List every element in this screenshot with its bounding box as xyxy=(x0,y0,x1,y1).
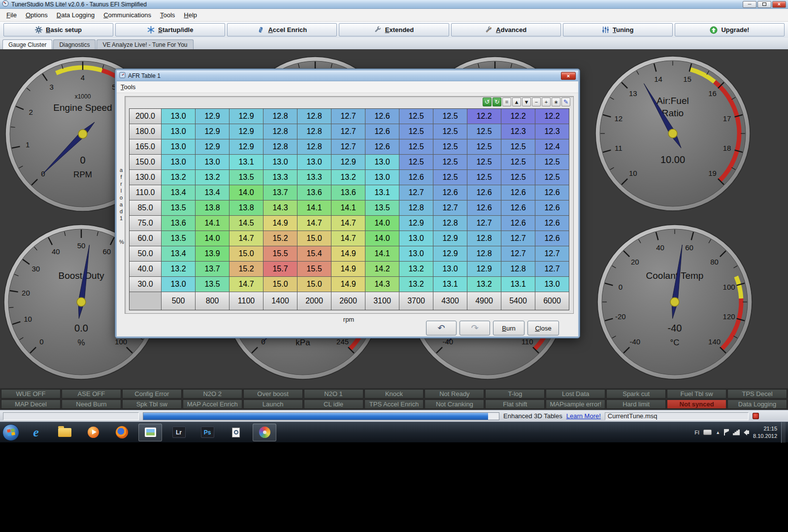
afr-cell[interactable]: 12.8 xyxy=(297,124,331,139)
afr-cell[interactable]: 12.7 xyxy=(433,200,467,215)
taskbar-lightroom-button[interactable]: Lr xyxy=(167,424,191,441)
afr-cell[interactable]: 14.1 xyxy=(331,200,365,215)
afr-cell[interactable]: 12.7 xyxy=(331,139,365,154)
afr-cell[interactable]: 12.8 xyxy=(399,200,433,215)
taskbar-ie-button[interactable]: e xyxy=(24,424,48,441)
afr-cell[interactable]: 12.9 xyxy=(433,231,467,246)
afr-cell[interactable]: 14.7 xyxy=(230,277,263,292)
network-icon[interactable] xyxy=(733,430,740,435)
afr-cell[interactable]: 13.4 xyxy=(162,185,195,200)
afr-cell[interactable]: 12.6 xyxy=(535,200,569,215)
undo-button[interactable]: ↶ xyxy=(426,321,457,335)
afr-cell[interactable]: 14.9 xyxy=(331,277,365,292)
afr-cell[interactable]: 12.2 xyxy=(535,109,569,124)
afr-cell[interactable]: 14.5 xyxy=(230,216,263,231)
afr-row-header[interactable]: 180.0 xyxy=(130,124,161,139)
afr-col-header[interactable]: 800 xyxy=(196,292,229,310)
menu-options[interactable]: Options xyxy=(21,10,52,20)
afr-cell[interactable]: 13.1 xyxy=(230,155,263,169)
learn-more-link[interactable]: Learn More! xyxy=(566,412,601,420)
afr-cell[interactable]: 13.2 xyxy=(162,262,195,276)
afr-cell[interactable]: 13.8 xyxy=(230,200,263,215)
afr-cell[interactable]: 12.6 xyxy=(467,185,501,200)
afr-cell[interactable]: 12.5 xyxy=(467,124,501,139)
afr-row-header[interactable]: 50.0 xyxy=(130,246,161,261)
upgrade-button[interactable]: Upgrade! xyxy=(675,23,785,36)
afr-row-header[interactable]: 75.0 xyxy=(130,216,161,231)
afr-cell[interactable]: 12.5 xyxy=(467,155,501,169)
afr-cell[interactable]: 12.5 xyxy=(501,139,535,154)
afr-cell[interactable]: 12.6 xyxy=(365,124,399,139)
taskbar-paint-button[interactable] xyxy=(253,424,276,441)
afr-cell[interactable]: 12.9 xyxy=(467,262,501,276)
afr-cell[interactable]: 13.6 xyxy=(162,216,195,231)
afr-cell[interactable]: 13.2 xyxy=(399,262,433,276)
afr-cell[interactable]: 12.5 xyxy=(433,139,467,154)
afr-cell[interactable]: 13.0 xyxy=(535,277,569,292)
afr-cell[interactable]: 14.2 xyxy=(365,262,399,276)
afr-row-header[interactable]: 30.0 xyxy=(130,277,161,292)
afr-cell[interactable]: 13.6 xyxy=(297,185,331,200)
afr-cell[interactable]: 12.8 xyxy=(467,231,501,246)
clock[interactable]: 21:15 8.10.2012 xyxy=(753,425,777,440)
nav-back-icon[interactable]: ↺ xyxy=(483,98,492,106)
afr-cell[interactable]: 12.9 xyxy=(230,139,263,154)
afr-cell[interactable]: 12.9 xyxy=(196,124,229,139)
afr-cell[interactable]: 14.3 xyxy=(365,277,399,292)
afr-cell[interactable]: 12.5 xyxy=(399,124,433,139)
afr-cell[interactable]: 12.7 xyxy=(501,246,535,261)
afr-row-header[interactable]: 165.0 xyxy=(130,139,161,154)
afr-col-header[interactable]: 500 xyxy=(162,292,195,310)
afr-cell[interactable]: 15.5 xyxy=(263,246,297,261)
afr-cell[interactable]: 13.1 xyxy=(433,277,467,292)
plus-icon[interactable]: + xyxy=(542,98,551,106)
afr-cell[interactable]: 12.2 xyxy=(501,109,535,124)
afr-cell[interactable]: 12.9 xyxy=(230,109,263,124)
afr-cell[interactable]: 14.1 xyxy=(196,216,229,231)
afr-cell[interactable]: 12.6 xyxy=(399,170,433,185)
afr-cell[interactable]: 12.7 xyxy=(535,246,569,261)
afr-cell[interactable]: 12.6 xyxy=(433,185,467,200)
afr-col-header[interactable]: 4300 xyxy=(433,292,467,310)
afr-row-header[interactable]: 130.0 xyxy=(130,170,161,185)
taskbar-firefox-button[interactable] xyxy=(110,424,133,441)
afr-col-header[interactable]: 1100 xyxy=(230,292,263,310)
afr-cell[interactable]: 14.0 xyxy=(365,231,399,246)
afr-cell[interactable]: 12.8 xyxy=(297,109,331,124)
basic-setup-button[interactable]: Basic setup xyxy=(3,23,113,36)
afr-cell[interactable]: 13.0 xyxy=(399,246,433,261)
close-dialog-button[interactable]: Close xyxy=(527,321,559,335)
afr-row-header[interactable]: 110.0 xyxy=(130,185,161,200)
menu-communications[interactable]: Communications xyxy=(99,10,156,20)
afr-cell[interactable]: 13.0 xyxy=(399,231,433,246)
afr-cell[interactable]: 13.0 xyxy=(297,155,331,169)
afr-cell[interactable]: 14.7 xyxy=(230,231,263,246)
afr-cell[interactable]: 12.7 xyxy=(331,124,365,139)
burn-button[interactable]: Burn xyxy=(493,321,525,335)
afr-cell[interactable]: 14.1 xyxy=(365,246,399,261)
afr-cell[interactable]: 12.6 xyxy=(467,200,501,215)
decrease-icon[interactable]: ▼ xyxy=(522,98,531,106)
keyboard-icon[interactable] xyxy=(703,430,712,435)
afr-cell[interactable]: 12.5 xyxy=(501,155,535,169)
afr-col-header[interactable]: 4900 xyxy=(467,292,501,310)
afr-cell[interactable]: 12.7 xyxy=(535,262,569,276)
afr-cell[interactable]: 13.2 xyxy=(331,170,365,185)
afr-cell[interactable]: 13.5 xyxy=(365,200,399,215)
extended-button[interactable]: Extended xyxy=(339,23,449,36)
afr-cell[interactable]: 13.5 xyxy=(162,200,195,215)
afr-cell[interactable]: 12.8 xyxy=(263,139,297,154)
afr-cell[interactable]: 12.5 xyxy=(467,139,501,154)
taskbar-photo-viewer-button[interactable] xyxy=(138,424,162,441)
afr-cell[interactable]: 13.0 xyxy=(162,277,195,292)
afr-cell[interactable]: 12.5 xyxy=(399,109,433,124)
minimize-button[interactable]: ─ xyxy=(743,1,756,8)
set-equal-icon[interactable]: = xyxy=(502,98,511,106)
afr-cell[interactable]: 12.5 xyxy=(501,170,535,185)
afr-cell[interactable]: 12.3 xyxy=(501,124,535,139)
afr-cell[interactable]: 13.0 xyxy=(433,262,467,276)
afr-cell[interactable]: 12.6 xyxy=(365,139,399,154)
afr-cell[interactable]: 14.0 xyxy=(365,216,399,231)
minus-icon[interactable]: − xyxy=(532,98,541,106)
afr-cell[interactable]: 12.6 xyxy=(501,216,535,231)
